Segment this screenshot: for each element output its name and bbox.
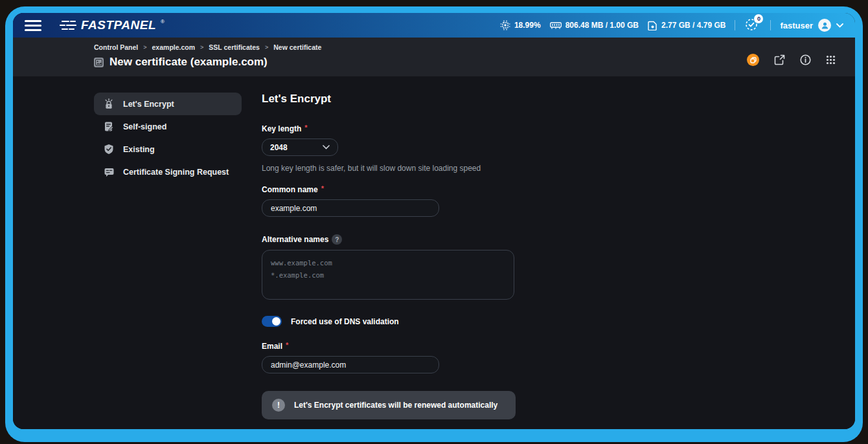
sidebar-item-self-signed[interactable]: Self-signed xyxy=(94,115,242,138)
nav-divider xyxy=(770,20,771,30)
cpu-icon xyxy=(500,20,510,30)
username-label: fastuser xyxy=(780,21,813,30)
alternative-names-label: Alternative names ? xyxy=(262,234,516,245)
breadcrumb-site[interactable]: example.com xyxy=(152,43,196,51)
breadcrumb-new-certificate: New certificate xyxy=(273,43,321,51)
email-input[interactable] xyxy=(262,356,439,373)
info-banner: ! Let's Encrypt certificates will be ren… xyxy=(262,391,516,419)
sidebar-item-label: Self-signed xyxy=(123,122,166,131)
info-icon[interactable] xyxy=(800,54,811,65)
page-header: Control Panel > example.com > SSL certif… xyxy=(13,38,855,76)
dns-validation-row: Forced use of DNS validation xyxy=(262,316,516,327)
csr-form-icon xyxy=(103,167,115,177)
ram-usage-value: 806.48 MB / 1.00 GB xyxy=(565,21,639,30)
certificate-image-icon xyxy=(94,58,104,67)
email-label: Email * xyxy=(262,342,516,351)
disk-usage-stat: 2.77 GB / 4.79 GB xyxy=(648,21,725,30)
alternative-names-textarea[interactable] xyxy=(262,250,514,300)
key-length-help-text: Long key length is safer, but it will sl… xyxy=(262,164,516,173)
common-name-input[interactable] xyxy=(262,199,439,217)
certificate-type-sidebar: Let's Encrypt Self-signed xyxy=(94,93,242,429)
apps-grid-icon[interactable] xyxy=(826,55,836,65)
logo-registered-mark: ® xyxy=(161,19,165,25)
top-navigation-bar: FASTPANEL ® 18.99% xyxy=(13,13,855,38)
key-length-select[interactable]: 2048 xyxy=(262,139,338,156)
person-icon xyxy=(821,21,829,30)
exclamation-icon: ! xyxy=(272,399,285,412)
form-heading: Let's Encrypt xyxy=(262,93,516,105)
hamburger-menu-icon[interactable] xyxy=(25,20,41,31)
cpu-usage-stat: 18.99% xyxy=(500,20,541,30)
page-title: New certificate (example.com) xyxy=(109,56,268,69)
breadcrumb-separator: > xyxy=(265,44,268,50)
breadcrumb: Control Panel > example.com > SSL certif… xyxy=(94,43,321,51)
chevron-down-icon xyxy=(836,23,843,28)
sidebar-item-label: Let's Encrypt xyxy=(123,100,174,109)
sidebar-item-existing[interactable]: Existing xyxy=(94,138,242,161)
breadcrumb-separator: > xyxy=(200,44,203,50)
ram-icon xyxy=(550,21,562,30)
sidebar-item-csr[interactable]: Certificate Signing Request xyxy=(94,161,242,183)
header-action-icons xyxy=(747,43,836,69)
required-asterisk: * xyxy=(304,124,307,131)
disk-usage-value: 2.77 GB / 4.79 GB xyxy=(661,21,725,30)
title-row: New certificate (example.com) xyxy=(94,56,321,69)
cpu-usage-value: 18.99% xyxy=(514,21,541,30)
app-window: FASTPANEL ® 18.99% xyxy=(13,13,855,429)
header-left: Control Panel > example.com > SSL certif… xyxy=(94,43,321,69)
toggle-knob xyxy=(272,317,280,326)
nav-status-area: 18.99% 806.48 MB / 1.00 GB xyxy=(500,17,843,33)
nav-divider xyxy=(735,20,735,30)
shield-check-icon xyxy=(103,144,115,155)
help-question-badge[interactable]: ? xyxy=(332,234,342,245)
window-frame: FASTPANEL ® 18.99% xyxy=(5,6,863,442)
sidebar-item-label: Existing xyxy=(123,145,155,154)
info-banner-text: Let's Encrypt certificates will be renew… xyxy=(294,401,497,410)
logo-text: FASTPANEL xyxy=(81,18,156,32)
required-asterisk: * xyxy=(321,184,324,192)
key-length-label: Key length * xyxy=(262,124,516,133)
external-link-icon[interactable] xyxy=(774,54,785,65)
sidebar-item-lets-encrypt[interactable]: Let's Encrypt xyxy=(94,93,242,115)
common-name-label: Common name * xyxy=(262,185,516,194)
lets-encrypt-form: Let's Encrypt Key length * 2048 Long key… xyxy=(262,93,516,429)
whats-new-icon[interactable] xyxy=(747,54,759,66)
main-content: Let's Encrypt Self-signed xyxy=(13,76,855,429)
disk-icon xyxy=(648,21,657,30)
avatar xyxy=(818,19,831,32)
self-signed-document-icon xyxy=(103,121,115,132)
required-asterisk: * xyxy=(286,341,288,349)
chevron-down-icon xyxy=(323,145,330,150)
fastpanel-logo[interactable]: FASTPANEL ® xyxy=(60,18,165,32)
ram-usage-stat: 806.48 MB / 1.00 GB xyxy=(550,21,639,30)
tasks-button[interactable]: 0 xyxy=(744,17,761,33)
dns-validation-label: Forced use of DNS validation xyxy=(291,317,399,326)
lets-encrypt-padlock-icon xyxy=(103,98,115,109)
breadcrumb-control-panel[interactable]: Control Panel xyxy=(94,43,138,51)
logo-equalizer-icon xyxy=(60,20,76,30)
breadcrumb-ssl-certificates[interactable]: SSL certificates xyxy=(209,43,260,51)
key-length-selected-value: 2048 xyxy=(270,143,288,152)
sidebar-item-label: Certificate Signing Request xyxy=(123,168,229,177)
tasks-count-badge: 0 xyxy=(754,14,763,23)
dns-validation-toggle[interactable] xyxy=(262,316,282,327)
breadcrumb-separator: > xyxy=(143,44,146,50)
user-menu[interactable]: fastuser xyxy=(780,19,843,32)
